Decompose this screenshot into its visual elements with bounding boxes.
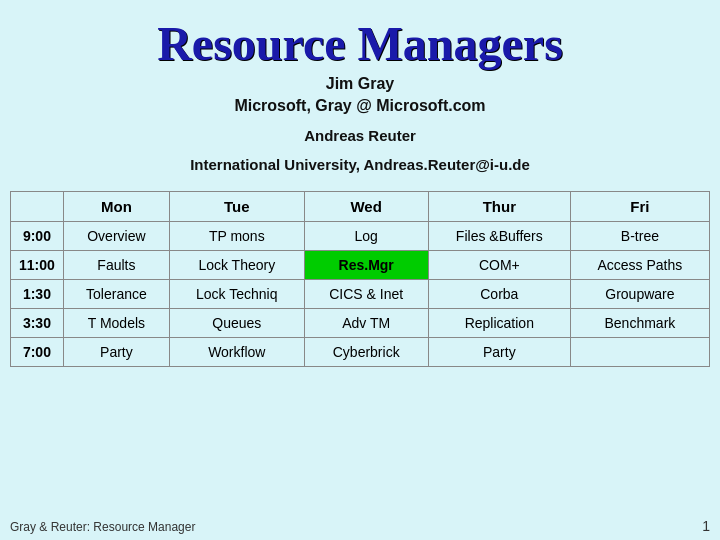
- row-2-tue: Lock Techniq: [170, 279, 305, 308]
- row-0-fri: B-tree: [570, 221, 709, 250]
- row-0-wed: Log: [304, 221, 428, 250]
- col-header-wed: Wed: [304, 191, 428, 221]
- row-3-mon: T Models: [63, 308, 169, 337]
- row-3-wed: Adv TM: [304, 308, 428, 337]
- row-1-mon: Faults: [63, 250, 169, 279]
- row-4-fri: [570, 337, 709, 366]
- col-header-mon: Mon: [63, 191, 169, 221]
- row-2-thur: Corba: [428, 279, 570, 308]
- row-1-time: 11:00: [11, 250, 64, 279]
- row-0-time: 9:00: [11, 221, 64, 250]
- row-0-mon: Overview: [63, 221, 169, 250]
- row-0-tue: TP mons: [170, 221, 305, 250]
- row-3-thur: Replication: [428, 308, 570, 337]
- footer-label: Gray & Reuter: Resource Manager: [10, 520, 195, 534]
- presenter-name: Andreas Reuter: [10, 127, 710, 144]
- schedule-table: Mon Tue Wed Thur Fri 9:00OverviewTP mons…: [10, 191, 710, 367]
- row-4-tue: Workflow: [170, 337, 305, 366]
- row-3-tue: Queues: [170, 308, 305, 337]
- row-4-wed: Cyberbrick: [304, 337, 428, 366]
- row-1-thur: COM+: [428, 250, 570, 279]
- page-number: 1: [702, 518, 710, 534]
- header: Resource Managers Jim Gray Microsoft, Gr…: [0, 0, 720, 181]
- row-2-time: 1:30: [11, 279, 64, 308]
- row-4-thur: Party: [428, 337, 570, 366]
- row-0-thur: Files &Buffers: [428, 221, 570, 250]
- row-2-mon: Tolerance: [63, 279, 169, 308]
- row-4-mon: Party: [63, 337, 169, 366]
- subtitle-line2: Microsoft, Gray @ Microsoft.com: [10, 97, 710, 115]
- col-header-blank: [11, 191, 64, 221]
- row-1-tue: Lock Theory: [170, 250, 305, 279]
- subtitle-line1: Jim Gray: [10, 75, 710, 93]
- col-header-thur: Thur: [428, 191, 570, 221]
- row-2-fri: Groupware: [570, 279, 709, 308]
- col-header-fri: Fri: [570, 191, 709, 221]
- row-3-time: 3:30: [11, 308, 64, 337]
- row-1-wed: Res.Mgr: [304, 250, 428, 279]
- main-title: Resource Managers: [10, 18, 710, 71]
- col-header-tue: Tue: [170, 191, 305, 221]
- row-1-fri: Access Paths: [570, 250, 709, 279]
- row-3-fri: Benchmark: [570, 308, 709, 337]
- presenter-affil: International University, Andreas.Reuter…: [10, 156, 710, 173]
- row-4-time: 7:00: [11, 337, 64, 366]
- row-2-wed: CICS & Inet: [304, 279, 428, 308]
